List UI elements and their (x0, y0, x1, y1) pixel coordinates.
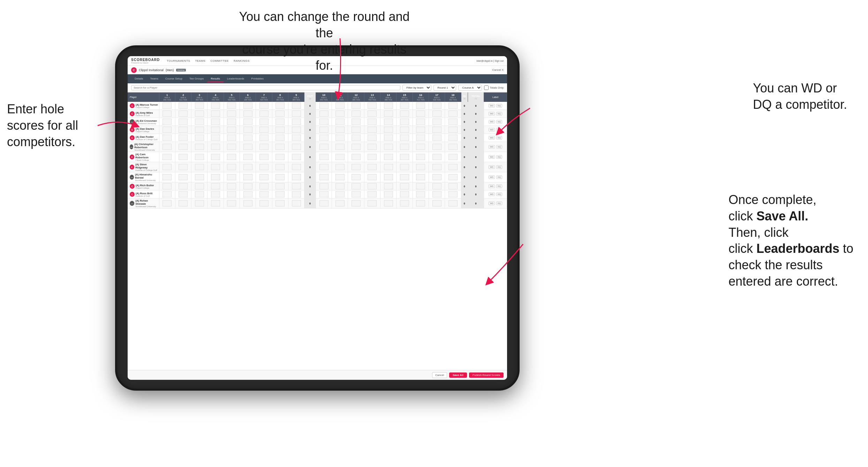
score-hole-16[interactable] (413, 110, 429, 118)
score-input-hole-16[interactable] (416, 119, 425, 125)
score-hole-2[interactable] (175, 190, 191, 198)
score-input-hole-4[interactable] (211, 200, 220, 206)
score-hole-9[interactable] (288, 126, 304, 134)
score-input-hole-11[interactable] (335, 135, 345, 141)
publish-button[interactable]: Publish Round Scores (469, 372, 504, 378)
dq-button[interactable]: DQ (496, 120, 502, 123)
score-hole-11[interactable] (332, 134, 348, 142)
tab-results[interactable]: Results (207, 76, 224, 82)
score-input-hole-11[interactable] (335, 174, 345, 180)
score-input-hole-12[interactable] (352, 191, 361, 197)
score-input-hole-2[interactable] (179, 200, 188, 206)
score-input-hole-17[interactable] (432, 103, 441, 109)
score-input-hole-3[interactable] (195, 164, 204, 170)
score-hole-1[interactable] (159, 142, 175, 152)
score-hole-2[interactable] (175, 172, 191, 182)
score-input-hole-11[interactable] (335, 111, 345, 117)
score-input-hole-17[interactable] (432, 127, 441, 133)
wd-dq-cell[interactable]: WD DQ (484, 172, 507, 182)
wd-button[interactable]: WD (489, 128, 495, 131)
score-input-hole-13[interactable] (368, 135, 377, 141)
score-input-hole-12[interactable] (352, 135, 361, 141)
score-input-hole-10[interactable] (319, 103, 329, 109)
score-input-hole-7[interactable] (259, 119, 269, 125)
score-input-hole-11[interactable] (335, 183, 345, 189)
score-hole-14[interactable] (380, 190, 397, 198)
score-input-hole-9[interactable] (292, 119, 301, 125)
score-input-hole-10[interactable] (319, 200, 329, 206)
score-input-hole-5[interactable] (227, 183, 236, 189)
cancel-button[interactable]: Cancel X (492, 68, 504, 71)
score-input-hole-11[interactable] (335, 154, 345, 160)
score-hole-7[interactable] (256, 182, 272, 190)
score-input-hole-17[interactable] (432, 183, 441, 189)
score-input-hole-9[interactable] (292, 154, 301, 160)
score-hole-10[interactable] (316, 118, 332, 126)
score-hole-16[interactable] (413, 118, 429, 126)
score-input-hole-16[interactable] (416, 164, 425, 170)
score-input-hole-6[interactable] (243, 135, 252, 141)
score-hole-6[interactable] (240, 182, 256, 190)
score-hole-3[interactable] (191, 162, 207, 172)
dq-button[interactable]: DQ (496, 112, 502, 115)
score-hole-10[interactable] (316, 152, 332, 162)
score-hole-4[interactable] (207, 172, 224, 182)
score-hole-8[interactable] (272, 190, 288, 198)
tab-course-setup[interactable]: Course Setup (162, 76, 186, 82)
score-input-hole-7[interactable] (259, 183, 269, 189)
score-input-hole-5[interactable] (227, 135, 236, 141)
score-input-hole-10[interactable] (319, 154, 329, 160)
score-hole-16[interactable] (413, 152, 429, 162)
score-hole-17[interactable] (429, 110, 445, 118)
score-input-hole-9[interactable] (292, 135, 301, 141)
score-hole-10[interactable] (316, 126, 332, 134)
score-input-hole-16[interactable] (416, 103, 425, 109)
score-input-hole-13[interactable] (368, 183, 377, 189)
score-input-hole-14[interactable] (384, 144, 393, 150)
score-hole-8[interactable] (272, 134, 288, 142)
score-hole-2[interactable] (175, 182, 191, 190)
score-input-hole-13[interactable] (368, 119, 377, 125)
wd-button[interactable]: WD (489, 104, 495, 107)
score-input-hole-9[interactable] (292, 164, 301, 170)
score-input-hole-17[interactable] (432, 135, 441, 141)
score-hole-13[interactable] (364, 190, 380, 198)
score-input-hole-18[interactable] (448, 127, 458, 133)
nav-tournaments[interactable]: TOURNAMENTS (167, 59, 190, 62)
score-hole-18[interactable] (445, 198, 461, 209)
score-hole-2[interactable] (175, 110, 191, 118)
score-hole-14[interactable] (380, 102, 397, 110)
score-input-hole-4[interactable] (211, 103, 220, 109)
score-input-hole-7[interactable] (259, 174, 269, 180)
score-hole-14[interactable] (380, 142, 397, 152)
score-hole-17[interactable] (429, 198, 445, 209)
score-input-hole-12[interactable] (352, 111, 361, 117)
score-hole-15[interactable] (397, 118, 413, 126)
score-input-hole-6[interactable] (243, 127, 252, 133)
score-hole-17[interactable] (429, 162, 445, 172)
score-hole-3[interactable] (191, 198, 207, 209)
score-hole-18[interactable] (445, 142, 461, 152)
score-input-hole-17[interactable] (432, 200, 441, 206)
filter-team-select[interactable]: Filter by team (402, 85, 431, 91)
score-input-hole-16[interactable] (416, 144, 425, 150)
score-hole-16[interactable] (413, 126, 429, 134)
score-hole-17[interactable] (429, 118, 445, 126)
score-hole-1[interactable] (159, 110, 175, 118)
score-input-hole-15[interactable] (400, 111, 409, 117)
score-hole-6[interactable] (240, 162, 256, 172)
score-hole-11[interactable] (332, 110, 348, 118)
score-hole-13[interactable] (364, 126, 380, 134)
score-hole-4[interactable] (207, 190, 224, 198)
score-hole-13[interactable] (364, 118, 380, 126)
score-hole-10[interactable] (316, 142, 332, 152)
score-input-hole-10[interactable] (319, 111, 329, 117)
score-input-hole-1[interactable] (163, 164, 172, 170)
score-input-hole-16[interactable] (416, 154, 425, 160)
score-input-hole-18[interactable] (448, 144, 458, 150)
score-hole-7[interactable] (256, 134, 272, 142)
score-hole-9[interactable] (288, 152, 304, 162)
score-input-hole-12[interactable] (352, 127, 361, 133)
score-input-hole-13[interactable] (368, 127, 377, 133)
score-hole-9[interactable] (288, 118, 304, 126)
